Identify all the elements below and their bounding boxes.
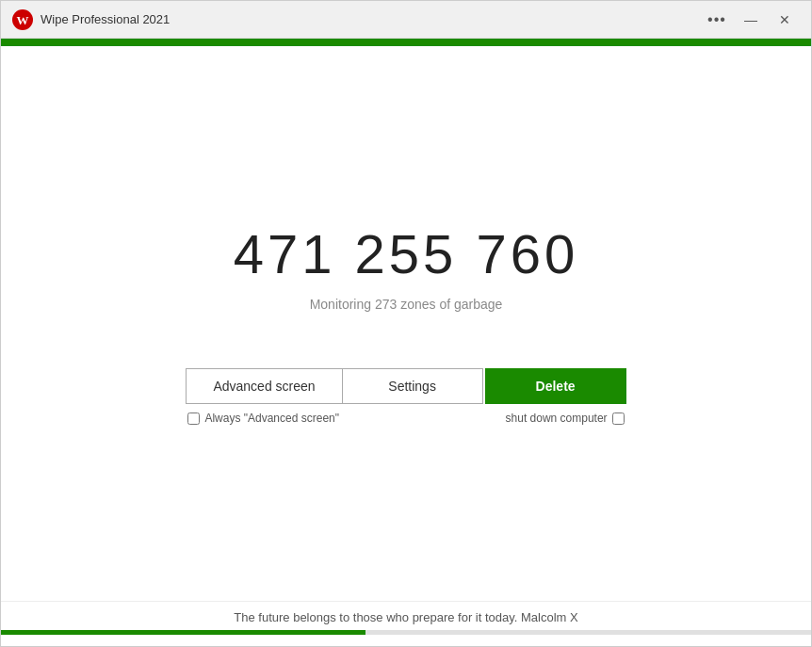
- advanced-screen-button[interactable]: Advanced screen: [186, 368, 341, 404]
- quote-text: The future belongs to those who prepare …: [234, 610, 577, 624]
- app-title: Wipe Professional 2021: [41, 12, 170, 26]
- buttons-area: Advanced screen Settings Delete Always "…: [186, 368, 625, 425]
- always-advanced-screen-text: Always "Advanced screen": [204, 412, 339, 425]
- shutdown-computer-label[interactable]: shut down computer: [506, 412, 625, 425]
- close-button[interactable]: ✕: [770, 7, 800, 33]
- delete-button[interactable]: Delete: [485, 368, 626, 404]
- checkboxes-row: Always "Advanced screen" shut down compu…: [186, 412, 625, 425]
- settings-button[interactable]: Settings: [342, 368, 483, 404]
- svg-text:W: W: [17, 13, 29, 27]
- accent-bar: [1, 39, 811, 46]
- more-options-button[interactable]: •••: [702, 7, 732, 33]
- always-advanced-screen-label[interactable]: Always "Advanced screen": [187, 412, 339, 425]
- title-bar: W Wipe Professional 2021 ••• — ✕: [1, 1, 811, 39]
- counter-number: 471 255 760: [234, 222, 579, 285]
- shutdown-computer-text: shut down computer: [506, 412, 608, 425]
- buttons-row: Advanced screen Settings Delete: [186, 368, 625, 404]
- monitoring-text: Monitoring 273 zones of garbage: [310, 297, 503, 312]
- always-advanced-screen-checkbox[interactable]: [187, 412, 200, 425]
- bottom-bar: The future belongs to those who prepare …: [1, 601, 811, 646]
- app-logo: W: [12, 9, 33, 30]
- shutdown-computer-checkbox[interactable]: [612, 412, 625, 425]
- minimize-button[interactable]: —: [736, 7, 766, 33]
- bottom-progress-fill: [1, 630, 365, 635]
- title-bar-left: W Wipe Professional 2021: [12, 9, 170, 30]
- main-content: 471 255 760 Monitoring 273 zones of garb…: [1, 46, 811, 601]
- bottom-progress-bar: [1, 630, 811, 635]
- title-bar-controls: ••• — ✕: [702, 7, 800, 33]
